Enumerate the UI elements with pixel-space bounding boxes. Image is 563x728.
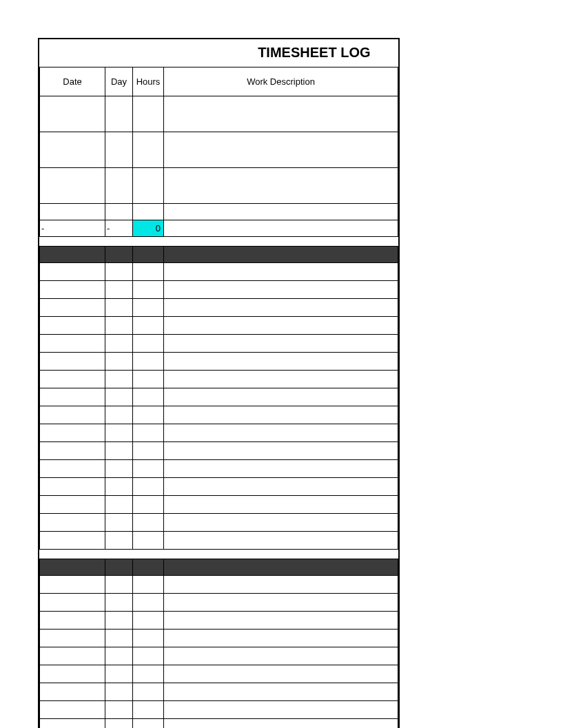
cell-desc[interactable] <box>164 700 398 718</box>
cell-day[interactable] <box>105 459 133 477</box>
cell-desc[interactable] <box>164 683 398 700</box>
cell-date[interactable] <box>40 459 105 477</box>
cell-desc[interactable] <box>164 495 398 513</box>
cell-desc[interactable] <box>164 593 398 611</box>
cell-desc[interactable] <box>164 441 398 459</box>
cell-date[interactable] <box>40 593 105 611</box>
cell-date[interactable] <box>40 683 105 700</box>
cell-day[interactable] <box>105 513 133 531</box>
cell-date[interactable] <box>40 352 105 370</box>
cell-desc[interactable] <box>164 647 398 665</box>
cell-day[interactable] <box>105 96 133 132</box>
cell-desc[interactable] <box>164 203 398 220</box>
cell-day[interactable] <box>105 280 133 298</box>
cell-day[interactable] <box>105 132 133 167</box>
cell-hours[interactable] <box>133 700 164 718</box>
cell-hours[interactable] <box>133 513 164 531</box>
cell-date[interactable] <box>40 477 105 495</box>
cell-date[interactable] <box>40 96 105 132</box>
cell-day[interactable] <box>105 647 133 665</box>
cell-hours[interactable] <box>133 611 164 629</box>
cell-date[interactable] <box>40 132 105 167</box>
cell-date[interactable] <box>40 647 105 665</box>
cell-desc[interactable] <box>164 665 398 683</box>
cell-day[interactable] <box>105 441 133 459</box>
cell-day[interactable] <box>105 167 133 203</box>
cell-day[interactable] <box>105 718 133 728</box>
cell-desc[interactable] <box>164 298 398 316</box>
cell-date[interactable] <box>40 665 105 683</box>
cell-desc[interactable] <box>164 575 398 593</box>
cell-hours[interactable] <box>133 495 164 513</box>
cell-day[interactable] <box>105 700 133 718</box>
cell-day[interactable] <box>105 262 133 280</box>
cell-hours[interactable] <box>133 96 164 132</box>
cell-hours[interactable] <box>133 593 164 611</box>
cell-hours[interactable] <box>133 531 164 549</box>
cell-hours[interactable] <box>133 647 164 665</box>
cell-hours[interactable] <box>133 203 164 220</box>
cell-date[interactable] <box>40 406 105 424</box>
cell-date[interactable] <box>40 611 105 629</box>
cell-day[interactable] <box>105 316 133 334</box>
cell-hours[interactable] <box>133 406 164 424</box>
cell-hours[interactable] <box>133 132 164 167</box>
cell-date[interactable] <box>40 262 105 280</box>
cell-date[interactable] <box>40 424 105 441</box>
cell-hours[interactable] <box>133 629 164 647</box>
cell-date[interactable] <box>40 203 105 220</box>
cell-hours[interactable] <box>133 298 164 316</box>
cell-day[interactable] <box>105 495 133 513</box>
cell-desc[interactable] <box>164 167 398 203</box>
cell-day[interactable] <box>105 388 133 406</box>
cell-desc[interactable] <box>164 611 398 629</box>
cell-hours[interactable] <box>133 683 164 700</box>
cell-day[interactable] <box>105 203 133 220</box>
cell-desc[interactable] <box>164 531 398 549</box>
cell-desc[interactable] <box>164 629 398 647</box>
cell-day[interactable] <box>105 352 133 370</box>
cell-date[interactable] <box>40 531 105 549</box>
cell-hours[interactable] <box>133 262 164 280</box>
cell-hours[interactable] <box>133 370 164 388</box>
cell-desc[interactable] <box>164 388 398 406</box>
cell-date[interactable] <box>40 280 105 298</box>
cell-day[interactable] <box>105 531 133 549</box>
cell-day[interactable] <box>105 424 133 441</box>
cell-desc[interactable] <box>164 334 398 352</box>
cell-hours[interactable] <box>133 459 164 477</box>
cell-hours[interactable] <box>133 316 164 334</box>
cell-hours[interactable] <box>133 665 164 683</box>
cell-hours[interactable] <box>133 167 164 203</box>
cell-desc[interactable] <box>164 262 398 280</box>
cell-day[interactable] <box>105 334 133 352</box>
cell-desc[interactable] <box>164 513 398 531</box>
cell-date[interactable] <box>40 316 105 334</box>
cell-day[interactable] <box>105 593 133 611</box>
cell-date[interactable] <box>40 700 105 718</box>
cell-desc[interactable] <box>164 370 398 388</box>
cell-day[interactable] <box>105 611 133 629</box>
cell-hours[interactable] <box>133 334 164 352</box>
cell-desc[interactable] <box>164 132 398 167</box>
cell-date[interactable] <box>40 334 105 352</box>
cell-date[interactable] <box>40 441 105 459</box>
cell-hours[interactable] <box>133 718 164 728</box>
cell-day[interactable] <box>105 683 133 700</box>
cell-hours[interactable] <box>133 388 164 406</box>
cell-desc[interactable] <box>164 477 398 495</box>
cell-date[interactable] <box>40 370 105 388</box>
cell-day[interactable] <box>105 575 133 593</box>
cell-date[interactable] <box>40 495 105 513</box>
cell-date[interactable] <box>40 298 105 316</box>
cell-date[interactable] <box>40 388 105 406</box>
cell-desc[interactable] <box>164 406 398 424</box>
cell-desc[interactable] <box>164 316 398 334</box>
cell-hours[interactable] <box>133 280 164 298</box>
cell-date[interactable] <box>40 718 105 728</box>
cell-hours[interactable] <box>133 352 164 370</box>
cell-day[interactable] <box>105 298 133 316</box>
cell-hours[interactable] <box>133 477 164 495</box>
cell-hours[interactable] <box>133 575 164 593</box>
cell-desc[interactable] <box>164 459 398 477</box>
